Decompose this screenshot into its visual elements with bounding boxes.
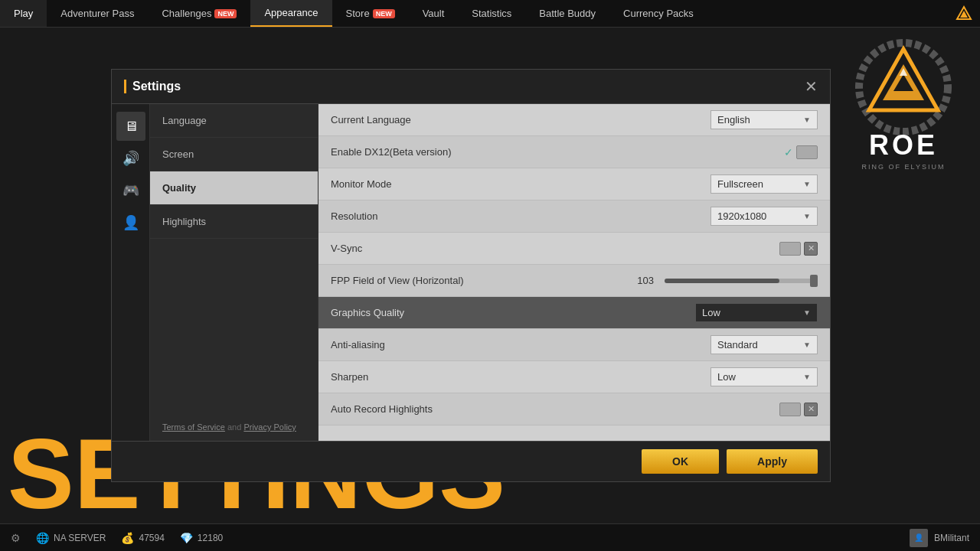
settings-content: Current Language English ▼ Enable DX12(B… — [318, 104, 830, 441]
apply-button[interactable]: Apply — [727, 449, 818, 474]
setting-control-antialiasing: Standard ▼ — [710, 335, 818, 354]
settings-modal: Settings ✕ 🖥 🔊 🎮 👤 Language Screen Quali… — [111, 69, 831, 482]
gear-icon: ⚙ — [11, 532, 21, 544]
setting-control-language: English ▼ — [710, 110, 818, 129]
category-highlights[interactable]: Highlights — [150, 205, 318, 239]
bottom-bar: ⚙ 🌐 NA SERVER 💰 47594 💎 12180 👤 BMilitan… — [0, 523, 980, 551]
dx12-toggle[interactable] — [796, 145, 818, 159]
setting-label-monitor-mode: Monitor Mode — [331, 178, 710, 190]
fov-slider-thumb[interactable] — [810, 275, 818, 287]
auto-record-toggle-x[interactable]: ✕ — [804, 403, 818, 416]
setting-control-monitor-mode: Fullscreen ▼ — [710, 174, 818, 194]
graphics-quality-dropdown[interactable]: Low ▼ — [695, 303, 818, 322]
setting-row-antialiasing: Anti-aliasing Standard ▼ — [318, 329, 830, 361]
language-dropdown[interactable]: English ▼ — [710, 110, 818, 129]
setting-control-graphics-quality: Low ▼ — [695, 303, 818, 322]
fov-slider[interactable] — [665, 279, 818, 283]
setting-label-sharpen: Sharpen — [331, 371, 710, 383]
setting-label-graphics-quality: Graphics Quality — [331, 307, 695, 318]
store-badge: NEW — [373, 9, 395, 18]
coins1-icon: 💰 — [121, 532, 134, 544]
sharpen-dropdown-arrow: ▼ — [803, 373, 811, 381]
roe-text: ROE — [869, 129, 938, 161]
nav-adventurer-pass[interactable]: Adventurer Pass — [47, 0, 148, 27]
resolution-dropdown[interactable]: 1920x1080 ▼ — [710, 207, 818, 226]
setting-label-antialiasing: Anti-aliasing — [331, 339, 710, 350]
nav-store-label: Store — [346, 8, 370, 19]
setting-control-resolution: 1920x1080 ▼ — [710, 207, 818, 226]
dx12-check-icon: ✓ — [784, 146, 793, 158]
setting-row-language: Current Language English ▼ — [318, 104, 830, 136]
player-name: BMilitant — [934, 533, 969, 543]
settings-header: Settings ✕ — [112, 70, 830, 104]
setting-row-fov: FPP Field of View (Horizontal) 103 — [318, 265, 830, 297]
monitor-mode-dropdown[interactable]: Fullscreen ▼ — [710, 174, 818, 194]
bottom-right: 👤 BMilitant — [910, 529, 969, 547]
top-nav: Play Adventurer Pass Challenges NEW Appe… — [0, 0, 980, 28]
sharpen-dropdown[interactable]: Low ▼ — [710, 367, 818, 386]
setting-row-sharpen: Sharpen Low ▼ — [318, 361, 830, 393]
settings-title: Settings — [124, 80, 181, 93]
settings-body: 🖥 🔊 🎮 👤 Language Screen Quality Highligh… — [112, 104, 830, 441]
nav-statistics[interactable]: Statistics — [458, 0, 525, 27]
privacy-policy-link[interactable]: Privacy Policy — [243, 422, 296, 432]
sidebar-audio-icon[interactable]: 🔊 — [116, 144, 145, 173]
terms-of-service-link[interactable]: Terms of Service — [162, 422, 225, 432]
category-quality[interactable]: Quality — [150, 171, 318, 205]
coins2-icon: 💎 — [180, 532, 193, 544]
setting-control-vsync: ✕ — [779, 242, 818, 256]
setting-control-auto-record: ✕ — [779, 403, 818, 416]
ok-button[interactable]: OK — [642, 449, 719, 474]
setting-row-auto-record: Auto Record Highlights ✕ — [318, 393, 830, 425]
category-language[interactable]: Language — [150, 104, 318, 138]
nav-statistics-label: Statistics — [472, 8, 511, 19]
nav-play-label: Play — [14, 8, 33, 19]
vsync-toggle[interactable] — [779, 242, 801, 256]
fov-slider-fill — [665, 279, 779, 283]
bottom-settings-item[interactable]: ⚙ — [11, 532, 21, 544]
nav-currency-packs-label: Currency Packs — [623, 8, 694, 19]
nav-battle-buddy-label: Battle Buddy — [539, 8, 596, 19]
server-icon: 🌐 — [36, 532, 49, 544]
nav-challenges[interactable]: Challenges NEW — [148, 0, 250, 27]
setting-row-monitor-mode: Monitor Mode Fullscreen ▼ — [318, 168, 830, 201]
setting-row-resolution: Resolution 1920x1080 ▼ — [318, 201, 830, 233]
bottom-coins2-item: 💎 12180 — [180, 532, 223, 544]
resolution-dropdown-arrow: ▼ — [803, 212, 811, 220]
setting-row-dx12: Enable DX12(Beta version) ✓ — [318, 136, 830, 168]
category-list: Language Screen Quality Highlights Terms… — [150, 104, 318, 441]
vsync-toggle-x[interactable]: ✕ — [804, 242, 818, 256]
auto-record-toggle[interactable] — [779, 403, 801, 416]
nav-challenges-label: Challenges — [162, 8, 211, 19]
nav-triangle-icon — [956, 5, 972, 22]
setting-control-fov: 103 — [637, 275, 818, 286]
sidebar-account-icon[interactable]: 👤 — [116, 208, 145, 237]
nav-adventurer-pass-label: Adventurer Pass — [60, 8, 134, 19]
sidebar-display-icon[interactable]: 🖥 — [116, 112, 145, 141]
monitor-mode-dropdown-arrow: ▼ — [803, 180, 811, 188]
coins1-value: 47594 — [139, 533, 164, 543]
icon-sidebar: 🖥 🔊 🎮 👤 — [112, 104, 150, 441]
settings-footer: OK Apply — [112, 441, 830, 481]
terms-footer: Terms of Service and Privacy Policy — [150, 413, 318, 441]
nav-vault[interactable]: Vault — [409, 0, 459, 27]
setting-label-language: Current Language — [331, 114, 710, 126]
nav-battle-buddy[interactable]: Battle Buddy — [525, 0, 609, 27]
nav-vault-label: Vault — [423, 8, 445, 19]
antialiasing-dropdown[interactable]: Standard ▼ — [710, 335, 818, 354]
setting-label-vsync: V-Sync — [331, 243, 779, 254]
nav-play[interactable]: Play — [0, 0, 47, 27]
nav-store[interactable]: Store NEW — [332, 0, 409, 27]
close-button[interactable]: ✕ — [805, 79, 818, 94]
category-screen[interactable]: Screen — [150, 138, 318, 171]
setting-control-sharpen: Low ▼ — [710, 367, 818, 386]
graphics-quality-dropdown-arrow: ▼ — [803, 308, 811, 317]
nav-logo-area — [956, 0, 980, 27]
nav-appearance[interactable]: Appearance — [250, 0, 332, 27]
setting-label-dx12: Enable DX12(Beta version) — [331, 146, 784, 158]
antialiasing-dropdown-arrow: ▼ — [803, 341, 811, 349]
setting-row-graphics-quality: Graphics Quality Low ▼ — [318, 297, 830, 329]
roe-subtext: RING OF ELYSIUM — [862, 163, 946, 171]
nav-currency-packs[interactable]: Currency Packs — [609, 0, 707, 27]
sidebar-controls-icon[interactable]: 🎮 — [116, 176, 145, 205]
